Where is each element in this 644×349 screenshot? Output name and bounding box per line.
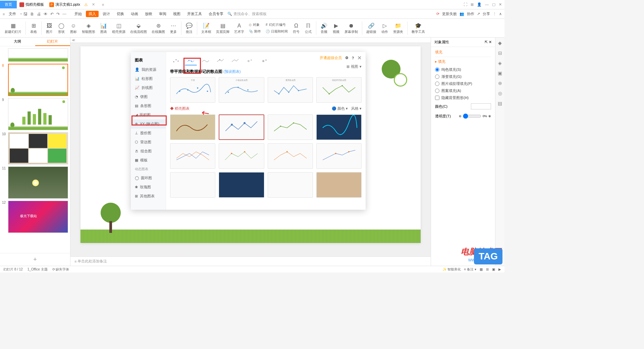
dialog-close-icon[interactable]: ✕: [357, 55, 362, 61]
rib-video[interactable]: ▶视频: [330, 21, 342, 35]
preview-icon[interactable]: 👁: [44, 12, 48, 16]
thumb-12[interactable]: 12极光下载站: [2, 201, 68, 233]
menu-devtools[interactable]: 开发工具: [184, 11, 205, 17]
tool-2-icon[interactable]: ⊟: [498, 50, 502, 56]
type-scatter[interactable]: [170, 56, 182, 65]
sb-pie[interactable]: ◔饼图: [131, 92, 166, 101]
rib-flowchart[interactable]: ⬙在线流程图: [128, 21, 149, 35]
type-bubble[interactable]: [244, 56, 256, 65]
sb-ring[interactable]: ◯圆环图: [131, 173, 166, 183]
rib-mindmap[interactable]: ⊛在线脑图: [150, 21, 167, 35]
tool-5-icon[interactable]: ⊛: [498, 81, 502, 86]
template-tab[interactable]: 找稻壳模板: [17, 1, 47, 8]
docer-1[interactable]: [170, 114, 215, 140]
docer-6[interactable]: [219, 143, 264, 169]
docer-4[interactable]: [316, 114, 362, 140]
rib-slidenum[interactable]: #幻灯片编号: [264, 22, 290, 28]
fill-hide[interactable]: 隐藏背景图形(H): [435, 94, 491, 101]
sb-area[interactable]: ◢面积图: [131, 110, 166, 119]
thumb-8[interactable]: 8: [2, 64, 68, 96]
preset-4[interactable]: 线框样式散点图: [316, 77, 362, 103]
menu-design[interactable]: 设计: [100, 11, 113, 17]
update-fail-label[interactable]: 更新失败: [442, 11, 457, 16]
notes-bar[interactable]: ≡ 单击此处添加备注: [70, 256, 431, 266]
opacity-slider[interactable]: [463, 113, 481, 119]
menu-icon[interactable]: ≡: [3, 12, 5, 16]
check-hide[interactable]: [435, 96, 439, 100]
docer-2[interactable]: [219, 114, 264, 140]
view-sorter-icon[interactable]: ⊞: [486, 267, 489, 271]
minimize-icon[interactable]: —: [485, 2, 489, 7]
tool-4-icon[interactable]: ▣: [498, 70, 502, 76]
tool-3-icon[interactable]: ◈: [498, 60, 502, 66]
search-area[interactable]: 🔍 查找命令、搜索模板: [227, 11, 267, 16]
thumb-9[interactable]: 9: [2, 98, 68, 130]
close-icon[interactable]: ✕: [499, 2, 502, 7]
sb-line[interactable]: 📈折线图: [131, 83, 166, 92]
sb-template[interactable]: ▦模板: [131, 156, 166, 165]
rib-shape[interactable]: ◯形状: [56, 21, 67, 35]
rib-new-slide[interactable]: ▦新建幻灯片: [3, 21, 23, 35]
menu-insert[interactable]: 插入: [86, 11, 99, 17]
thumb-7[interactable]: [2, 48, 68, 62]
radio-gradient[interactable]: [435, 74, 439, 79]
rib-wordart[interactable]: A艺术字: [232, 21, 246, 35]
docer-7[interactable]: [268, 143, 313, 169]
docer-8[interactable]: [316, 143, 362, 169]
outline-tab[interactable]: 大纲: [0, 38, 35, 46]
fill-picture[interactable]: 图片或纹理填充(P): [435, 80, 491, 87]
fill-solid[interactable]: 纯色填充(S): [435, 66, 491, 73]
rib-action[interactable]: ▷动作: [379, 21, 390, 35]
thumb-11[interactable]: 11: [2, 166, 68, 199]
docer-12[interactable]: [316, 172, 362, 198]
circle-shape-2[interactable]: [394, 73, 407, 87]
docer-11[interactable]: [268, 172, 313, 198]
sb-other[interactable]: ⊞其他图表: [131, 192, 166, 201]
file-menu[interactable]: 文件: [6, 11, 19, 17]
more-menu-icon[interactable]: ⋮: [493, 12, 496, 16]
sb-myres[interactable]: 👤我的资源: [131, 65, 166, 74]
menu-review[interactable]: 审阅: [156, 11, 169, 17]
sb-bar[interactable]: 📊柱形图: [131, 74, 166, 83]
undo-icon[interactable]: ↶: [50, 12, 54, 16]
style-filter[interactable]: 风格 ▾: [351, 106, 362, 111]
thumb-10[interactable]: 10: [2, 132, 68, 164]
save-as-icon[interactable]: 🗎: [30, 12, 34, 16]
view-toggle[interactable]: ⊞视图 ▾: [346, 64, 362, 69]
missing-font[interactable]: ⟳ 缺失字体: [52, 267, 69, 272]
sb-radar[interactable]: ⬡雷达图: [131, 138, 166, 147]
view-normal-icon[interactable]: ▦: [480, 267, 483, 271]
rib-audio[interactable]: 🔊音频: [318, 21, 330, 35]
tool-6-icon[interactable]: ◎: [498, 91, 502, 96]
pin-icon[interactable]: ⇱: [485, 40, 488, 44]
radio-picture[interactable]: [435, 82, 439, 86]
color-filter[interactable]: 🔵 颜色 ▾: [332, 106, 348, 111]
rib-smartart[interactable]: ◈智能图形: [80, 21, 97, 35]
thumbnail-list[interactable]: 8 9 10 11 12极光下载站: [0, 46, 70, 253]
preset-3[interactable]: 通用散点图: [268, 77, 313, 103]
expand-icon[interactable]: ∧: [499, 12, 502, 16]
tool-1-icon[interactable]: ◆: [498, 40, 502, 46]
rib-textbox[interactable]: 📝文本框: [199, 21, 213, 35]
close-tab-icon[interactable]: ✕: [92, 2, 95, 7]
rib-chart[interactable]: 📊图表: [98, 21, 109, 35]
radio-solid[interactable]: [435, 67, 439, 72]
fill-pattern[interactable]: 图案填充(A): [435, 87, 491, 94]
beautify-btn[interactable]: ✨ 智能美化: [442, 267, 461, 272]
avatar-icon[interactable]: 👤: [477, 2, 482, 7]
type-smooth[interactable]: [200, 56, 212, 65]
type-3d-bubble[interactable]: [259, 56, 271, 65]
ctrl-2[interactable]: ⊞: [471, 2, 474, 7]
rib-symbol[interactable]: Ω符号: [290, 21, 302, 35]
rib-table[interactable]: ⊞表格: [28, 21, 39, 35]
rib-equation[interactable]: ℿ公式: [303, 21, 314, 35]
type-smooth-marker[interactable]: [185, 56, 197, 65]
rib-attach[interactable]: 📎附件: [247, 29, 263, 35]
rib-teach[interactable]: 🎓教学工具: [410, 21, 427, 35]
rib-record[interactable]: ⏺屏幕录制: [342, 21, 360, 35]
maximize-icon[interactable]: ▢: [492, 2, 495, 7]
menu-animation[interactable]: 动画: [128, 11, 141, 17]
fill-section-header[interactable]: ▸ 填充: [435, 59, 491, 64]
rib-picture[interactable]: 🖼图片: [44, 21, 55, 35]
rib-hyperlink[interactable]: 🔗超链接: [364, 21, 378, 35]
